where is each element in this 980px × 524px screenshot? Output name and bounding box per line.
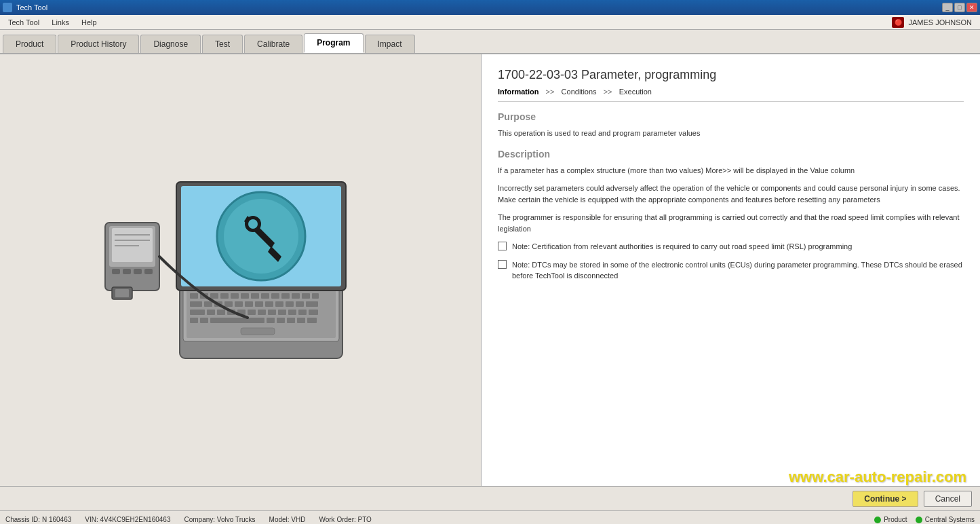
breadcrumb-step-2: Conditions: [562, 88, 597, 96]
title-bar-left: Tech Tool: [3, 3, 47, 12]
svg-rect-44: [277, 318, 285, 323]
svg-rect-33: [248, 310, 256, 315]
user-icon: 🔴: [892, 17, 904, 28]
main-content: 1700-22-03-03 Parameter, programming Inf…: [0, 54, 980, 486]
svg-rect-21: [245, 301, 253, 307]
status-right: Product Central Systems: [874, 516, 975, 523]
menu-item-links[interactable]: Links: [46, 17, 75, 28]
note-2: Note: DTCs may be stored in some of the …: [498, 259, 964, 282]
work-order-value: PTO: [358, 516, 372, 523]
svg-rect-14: [302, 293, 310, 299]
minimize-button[interactable]: _: [942, 3, 953, 12]
tab-product-history[interactable]: Product History: [58, 35, 139, 53]
cancel-button[interactable]: Cancel: [924, 491, 972, 507]
svg-rect-66: [115, 289, 129, 297]
tab-diagnose[interactable]: Diagnose: [140, 35, 201, 53]
menu-item-techtool[interactable]: Tech Tool: [3, 17, 45, 28]
svg-rect-23: [265, 301, 273, 307]
svg-rect-36: [278, 310, 286, 315]
svg-rect-42: [210, 318, 264, 323]
breadcrumb-sep-1: >>: [544, 88, 557, 96]
breadcrumb-sep-2: >>: [602, 88, 614, 96]
window-controls[interactable]: _ □ ✕: [942, 3, 977, 12]
svg-rect-16: [190, 301, 202, 307]
svg-rect-11: [271, 293, 279, 299]
company-value: Volvo Trucks: [217, 516, 256, 523]
svg-rect-20: [235, 301, 243, 307]
svg-rect-22: [255, 301, 263, 307]
svg-rect-34: [258, 310, 266, 315]
tab-program[interactable]: Program: [304, 33, 363, 53]
menu-item-help[interactable]: Help: [76, 17, 102, 28]
svg-rect-64: [144, 269, 153, 274]
status-left: Chassis ID: N 160463 VIN: 4V4KC9EH2EN160…: [5, 516, 372, 523]
svg-rect-7: [231, 293, 239, 299]
description-heading: Description: [498, 149, 964, 160]
menu-items: Tech Tool Links Help: [3, 17, 102, 28]
app-title: Tech Tool: [16, 3, 47, 12]
central-systems-status-label: Central Systems: [925, 516, 975, 523]
action-bar: Continue > Cancel: [0, 486, 980, 510]
page-title: 1700-22-03-03 Parameter, programming: [498, 68, 964, 82]
svg-rect-28: [190, 310, 205, 315]
svg-rect-63: [134, 269, 142, 274]
svg-rect-41: [200, 318, 208, 323]
title-bar: Tech Tool _ □ ✕: [0, 0, 980, 15]
purpose-text: This operation is used to read and progr…: [498, 128, 964, 139]
svg-rect-3: [190, 293, 198, 299]
svg-rect-10: [261, 293, 269, 299]
company-label: Company: Volvo Trucks: [184, 516, 255, 523]
status-bar: Chassis ID: N 160463 VIN: 4V4KC9EH2EN160…: [0, 510, 980, 524]
svg-rect-24: [275, 301, 283, 307]
product-status-icon: [874, 517, 881, 523]
continue-button[interactable]: Continue >: [852, 491, 918, 507]
svg-rect-48: [241, 328, 275, 335]
breadcrumb-step-1: Information: [498, 88, 539, 96]
product-status: Product: [874, 516, 907, 523]
user-info: 🔴 JAMES JOHNSON: [892, 17, 977, 28]
svg-rect-15: [312, 293, 319, 299]
illustration: [71, 141, 410, 399]
chassis-id-value: N 160463: [42, 516, 71, 523]
maximize-button[interactable]: □: [954, 3, 965, 12]
menu-bar: Tech Tool Links Help 🔴 JAMES JOHNSON: [0, 15, 980, 30]
svg-rect-27: [306, 301, 318, 307]
svg-rect-8: [241, 293, 249, 299]
svg-rect-43: [267, 318, 275, 323]
svg-rect-38: [298, 310, 307, 315]
central-systems-status: Central Systems: [916, 516, 975, 523]
note-1-text: Note: Certification from relevant author…: [512, 241, 852, 252]
svg-rect-29: [207, 310, 215, 315]
purpose-heading: Purpose: [498, 111, 964, 122]
svg-rect-37: [288, 310, 296, 315]
svg-rect-47: [307, 318, 317, 323]
svg-rect-13: [292, 293, 300, 299]
breadcrumb: Information >> Conditions >> Execution: [498, 88, 964, 102]
description-para-2: Incorrectly set parameters could adverse…: [498, 183, 964, 205]
svg-rect-5: [210, 293, 218, 299]
note-2-checkbox: [498, 260, 507, 269]
note-2-text: Note: DTCs may be stored in some of the …: [512, 259, 964, 282]
central-systems-status-icon: [916, 517, 922, 523]
model-label: Model: VHD: [269, 516, 306, 523]
tab-test[interactable]: Test: [202, 35, 243, 53]
svg-rect-12: [281, 293, 290, 299]
tab-product[interactable]: Product: [3, 35, 56, 53]
work-order-label: Work Order: PTO: [319, 516, 371, 523]
app-icon: [3, 3, 12, 12]
note-1: Note: Certification from relevant author…: [498, 241, 964, 252]
tab-calibrate[interactable]: Calibrate: [244, 35, 302, 53]
close-button[interactable]: ✕: [966, 3, 977, 12]
vin-value: 4V4KC9EH2EN160463: [100, 516, 171, 523]
svg-rect-45: [287, 318, 295, 323]
vin-label: VIN: 4V4KC9EH2EN160463: [85, 516, 170, 523]
user-name: JAMES JOHNSON: [908, 18, 972, 26]
svg-rect-26: [296, 301, 304, 307]
left-panel: [0, 54, 482, 486]
svg-rect-25: [286, 301, 294, 307]
svg-point-54: [248, 219, 258, 229]
svg-rect-35: [268, 310, 276, 315]
breadcrumb-step-3: Execution: [619, 88, 652, 96]
tab-impact[interactable]: Impact: [365, 35, 415, 53]
svg-rect-9: [251, 293, 259, 299]
